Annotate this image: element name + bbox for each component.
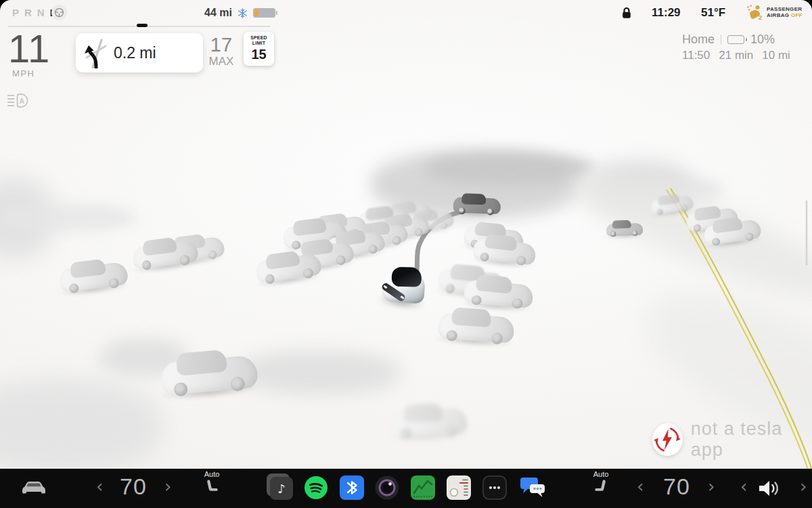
bluetooth-app-icon[interactable] [340,475,364,500]
volume-down-button[interactable]: ‹ [740,476,747,496]
charts-app-icon[interactable] [411,475,435,500]
speed-limit-title-2: LIMIT [244,41,274,46]
svg-text:A: A [19,98,24,105]
bottom-dock: ‹ 70 › Auto ♪ [0,469,812,508]
passenger-airbag-indicator: 2 PASSENGER AIRBAG OFF [746,4,803,20]
range-value: 44 mi [204,7,232,19]
turn-instruction-card[interactable]: 0.2 mi [76,33,203,72]
gear-indicator[interactable]: P R N D [12,7,58,18]
driving-visualization[interactable]: not a tesla app P R N D 44 mi [0,0,812,469]
radio-app-icon[interactable] [447,475,471,500]
terrain-shade [0,379,162,469]
svg-text:2: 2 [759,14,762,20]
arrival-battery-icon [727,35,744,44]
lock-icon [622,7,631,19]
auto-highbeam-icon: A [7,92,30,109]
seat-icon [593,479,609,495]
speed-limit-title-1: SPEED [244,35,274,41]
driver-temp-down-button[interactable]: ‹ [96,476,103,496]
dashcam-viewer-app-icon[interactable] [375,475,399,500]
parked-car [254,248,323,284]
clock: 11:29 [652,6,681,20]
speed-unit: MPH [12,68,35,79]
max-speed-indicator: 17 MAX [204,35,238,68]
media-player-app-icon[interactable]: ♪ [269,475,293,500]
passenger-temp-value[interactable]: 70 [656,473,697,500]
arrival-time: 11:50 [682,49,710,62]
airbag-line2: AIRBAG [767,12,789,18]
airbag-line1: PASSENGER [767,6,803,13]
vehicle-controls-button[interactable] [20,479,47,499]
arrival-battery-pct: 10% [750,33,775,47]
passenger-seat-heater-button[interactable]: Auto [589,470,613,498]
terrain-shade [238,351,401,394]
driver-seat-heater-button[interactable]: Auto [200,470,224,498]
spotify-app-icon[interactable] [304,475,328,500]
terrain-shade [0,203,135,232]
parked-car [131,234,199,270]
airbag-text: PASSENGER AIRBAG OFF [767,6,803,19]
gear-n[interactable]: N [37,7,45,18]
steering-wheel-icon [54,7,64,18]
ego-glass-roof [392,267,422,287]
autopilot-steering-button[interactable] [51,5,67,20]
driver-temp-up-button[interactable]: › [164,476,171,496]
trip-summary[interactable]: Home 10% 11:50 21 min 10 mi [682,33,790,62]
volume-up-button[interactable]: › [800,476,807,496]
trip-separator [721,35,721,45]
auto-highbeam-indicator: A [7,92,30,112]
passenger-temp-down-button[interactable]: ‹ [637,476,644,496]
distance-remaining: 10 mi [762,49,790,62]
driver-seat-auto-label: Auto [200,470,224,478]
gear-r[interactable]: R [24,7,32,18]
volume-indicator[interactable] [757,479,784,501]
bluetooth-icon [340,475,364,500]
watermark-text: not a tesla app [691,419,812,461]
media-front-layer: ♪ [270,477,293,500]
parked-car [390,402,468,438]
watermark: not a tesla app [652,419,812,461]
speaker-icon [757,479,784,498]
passenger-seat-auto-label: Auto [589,470,613,478]
current-speed: 11 [8,26,50,71]
max-speed-label: MAX [204,55,238,68]
speed-limit-value: 15 [244,47,274,62]
music-note-icon: ♪ [277,482,286,496]
oncoming-vehicle [606,219,644,236]
trip-destination: Home [682,33,715,47]
outside-temperature: 51°F [701,6,725,20]
all-apps-button[interactable] [482,475,507,500]
passenger-temp-up-button[interactable]: › [708,476,715,496]
car-icon [20,479,47,496]
ego-vehicle [380,263,429,309]
driver-temp-value[interactable]: 70 [113,473,154,500]
turn-left-arrow-icon [81,37,110,68]
charts-icon [411,475,435,500]
spotify-icon [304,475,328,500]
terrain-shade [425,153,594,186]
messages-icon [519,475,546,499]
battery-range-group[interactable]: 44 mi [204,7,275,19]
tesla-screen: not a tesla app P R N D 44 mi [0,0,812,508]
airbag-status: OFF [791,12,803,18]
time-remaining: 21 min [719,49,753,62]
parked-car [437,306,515,343]
battery-fill [254,9,258,16]
parked-car [58,256,129,293]
lead-vehicle [453,193,501,215]
not-a-tesla-app-logo-icon [652,423,683,456]
messages-app-icon[interactable] [519,475,546,500]
max-speed-value: 17 [204,35,238,55]
seat-icon [204,479,220,495]
parked-car [472,232,537,265]
parked-car [160,347,259,396]
stop-marker-dash [137,24,148,27]
lock-indicator [622,7,631,22]
snowflake-icon [237,7,248,19]
parked-car [463,274,534,309]
camera-lens-icon [375,475,399,500]
gear-p[interactable]: P [12,7,19,18]
turn-distance: 0.2 mi [114,44,156,62]
speed-limit-sign: SPEED LIMIT 15 [244,32,274,66]
airbag-icon: 2 [746,4,763,20]
